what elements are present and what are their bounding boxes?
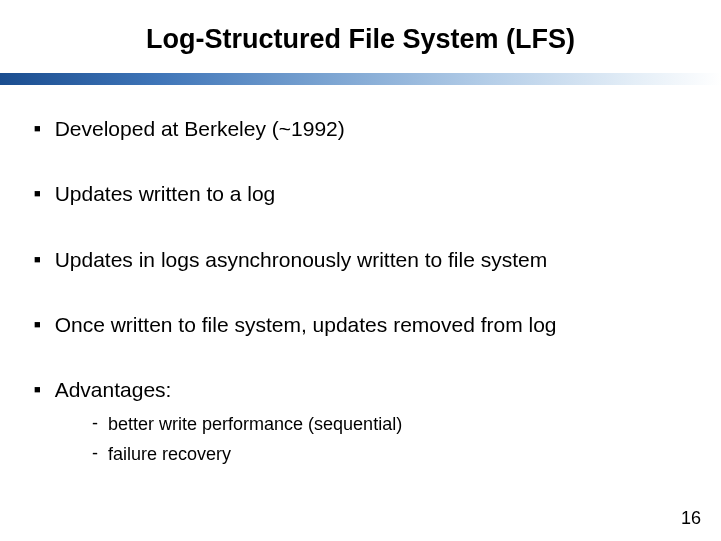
square-bullet-icon: ■: [34, 318, 41, 330]
dash-bullet-icon: -: [92, 413, 98, 434]
sub-bullet-text: failure recovery: [108, 443, 231, 466]
square-bullet-icon: ■: [34, 122, 41, 134]
bullet-item: ■ Advantages:: [34, 376, 687, 403]
bullet-item: ■ Developed at Berkeley (~1992): [34, 115, 687, 142]
divider-bar: [0, 73, 721, 85]
square-bullet-icon: ■: [34, 383, 41, 395]
bullet-item: ■ Once written to file system, updates r…: [34, 311, 687, 338]
square-bullet-icon: ■: [34, 253, 41, 265]
bullet-item: ■ Updates written to a log: [34, 180, 687, 207]
sub-bullet-item: - failure recovery: [92, 443, 687, 466]
bullet-text: Advantages:: [55, 376, 172, 403]
bullet-item: ■ Updates in logs asynchronously written…: [34, 246, 687, 273]
slide-title: Log-Structured File System (LFS): [0, 0, 721, 73]
bullet-text: Developed at Berkeley (~1992): [55, 115, 345, 142]
sub-bullet-item: - better write performance (sequential): [92, 413, 687, 436]
slide-content: ■ Developed at Berkeley (~1992) ■ Update…: [0, 85, 721, 466]
bullet-text: Once written to file system, updates rem…: [55, 311, 557, 338]
page-number: 16: [681, 508, 701, 529]
bullet-text: Updates written to a log: [55, 180, 276, 207]
sub-bullet-text: better write performance (sequential): [108, 413, 402, 436]
square-bullet-icon: ■: [34, 187, 41, 199]
bullet-text: Updates in logs asynchronously written t…: [55, 246, 548, 273]
slide: Log-Structured File System (LFS) ■ Devel…: [0, 0, 721, 541]
dash-bullet-icon: -: [92, 443, 98, 464]
sub-bullet-list: - better write performance (sequential) …: [34, 413, 687, 466]
